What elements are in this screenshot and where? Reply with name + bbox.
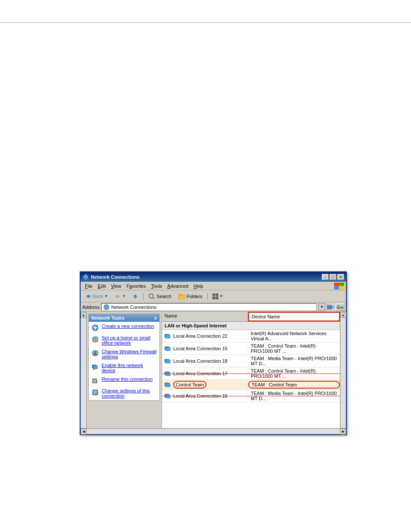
- svg-rect-39: [92, 379, 97, 380]
- toolbar-separator-1: [143, 292, 143, 300]
- svg-rect-12: [134, 297, 136, 299]
- item-name-3: Local Area Connection 18: [162, 358, 248, 364]
- item-device-3: TEAM : Media Team - Intel(R) PRO/1000 MT…: [248, 355, 340, 367]
- task-rename-label: Rename this connection: [102, 376, 153, 382]
- forward-button[interactable]: ▼: [112, 292, 128, 301]
- address-label: Address: [82, 305, 100, 310]
- maximize-button[interactable]: □: [330, 274, 336, 280]
- list-item[interactable]: Local Area Connection 15 TEAM : Control …: [162, 342, 340, 355]
- address-value: Network Connections: [111, 305, 156, 310]
- window-title: Network Connections: [91, 274, 140, 280]
- menu-help[interactable]: Help: [191, 283, 206, 289]
- connection-icon-6: [165, 393, 171, 398]
- search-button[interactable]: Search: [145, 292, 174, 301]
- connection-icon-5: [165, 382, 171, 387]
- svg-rect-8: [89, 296, 90, 297]
- list-header: Name Device Name: [162, 312, 340, 322]
- task-create-connection[interactable]: Create a new connection: [89, 322, 159, 333]
- address-dropdown[interactable]: ▼: [318, 303, 325, 311]
- task-enable-label: Enable this network device: [102, 363, 157, 373]
- svg-rect-53: [166, 373, 170, 376]
- svg-rect-55: [166, 384, 170, 387]
- svg-rect-16: [178, 293, 181, 296]
- svg-rect-47: [166, 335, 170, 338]
- item-name-2: Local Area Connection 15: [162, 345, 248, 352]
- network-tasks-section: Network Tasks ∧ Create a new connection: [88, 314, 160, 401]
- menu-edit[interactable]: Edit: [95, 283, 109, 289]
- task-home-network[interactable]: Set up a home or small office network: [89, 333, 159, 347]
- svg-rect-57: [166, 395, 170, 398]
- folders-button[interactable]: Folders: [175, 292, 206, 301]
- back-button[interactable]: Back ▼: [82, 292, 111, 301]
- list-item[interactable]: Local Area Connection 17 TEAM : Control …: [162, 367, 340, 380]
- svg-rect-6: [339, 286, 344, 289]
- item-name-5: Control Team: [162, 380, 248, 389]
- page-divider: [0, 22, 411, 23]
- xp-logo: [334, 283, 344, 289]
- menu-tools[interactable]: Tools: [149, 283, 165, 289]
- view-button[interactable]: ▼: [209, 292, 226, 301]
- menu-view[interactable]: View: [109, 283, 124, 289]
- connection-icon-1: [165, 333, 171, 339]
- group-header-lan: LAN or High-Speed Internet: [162, 322, 340, 330]
- scroll-up-button[interactable]: ▲: [81, 312, 87, 318]
- back-arrow: ▼: [104, 294, 108, 298]
- left-scrollbar[interactable]: ▲ ▼: [81, 312, 87, 434]
- content-area: ▲ ▼ Network Tasks ∧: [81, 312, 346, 434]
- list-item[interactable]: Local Area Connection 22 Intel(R) Advanc…: [162, 330, 340, 342]
- svg-rect-3: [334, 283, 339, 286]
- svg-rect-4: [339, 283, 344, 286]
- network-connections-window: Network Connections – □ × File Edit View…: [80, 271, 347, 435]
- svg-rect-49: [166, 348, 170, 351]
- task-home-label: Set up a home or small office network: [102, 335, 157, 345]
- menu-advanced[interactable]: Advanced: [165, 283, 191, 289]
- left-panel: Network Tasks ∧ Create a new connection: [87, 312, 162, 434]
- right-scroll-up[interactable]: ▲: [340, 312, 346, 318]
- right-scrollbar[interactable]: ▲ ▼: [340, 312, 346, 434]
- view-icon: [212, 293, 218, 299]
- rename-icon: [91, 377, 99, 385]
- connection-icon-3: [165, 358, 171, 364]
- connection-icon-2: [165, 346, 171, 351]
- strikethrough-line: [162, 373, 340, 374]
- task-firewall-label: Change Windows Firewall settings: [102, 349, 157, 359]
- svg-rect-35: [93, 366, 97, 369]
- window-controls: – □ ×: [322, 274, 344, 280]
- menu-favorites[interactable]: Favorites: [124, 283, 148, 289]
- menu-bar: File Edit View Favorites Tools Advanced …: [81, 282, 346, 290]
- list-item-control-team[interactable]: Control Team TEAM : Control Team: [162, 380, 340, 390]
- home-network-icon: [91, 336, 99, 343]
- item-name-1: Local Area Connection 22: [162, 333, 248, 339]
- horiz-scroll-left[interactable]: ◀: [81, 429, 87, 435]
- device-name-column-header[interactable]: Device Name: [248, 312, 340, 321]
- name-column-header[interactable]: Name: [162, 312, 248, 321]
- item-device-1: Intel(R) Advanced Network Services Virtu…: [248, 330, 340, 342]
- horiz-scroll-right[interactable]: ▶: [340, 429, 346, 435]
- go-button[interactable]: Go: [336, 303, 344, 311]
- forward-arrow: ▼: [122, 294, 125, 298]
- task-enable-network[interactable]: Enable this network device: [89, 361, 159, 375]
- svg-rect-5: [334, 286, 339, 289]
- task-rename[interactable]: Rename this connection: [89, 375, 159, 386]
- svg-rect-24: [93, 327, 97, 328]
- minimize-button[interactable]: –: [322, 274, 329, 280]
- collapse-button[interactable]: ∧: [154, 316, 157, 320]
- close-button[interactable]: ×: [337, 274, 344, 280]
- network-tasks-header[interactable]: Network Tasks ∧: [89, 314, 159, 322]
- back-label: Back: [93, 294, 103, 299]
- list-item[interactable]: Local Area Connection 16 TEAM : Media Te…: [162, 390, 340, 402]
- task-settings[interactable]: Change settings of this connection: [89, 386, 159, 400]
- item-device-6: TEAM : Media Team - Intel(R) PRO/1000 MT…: [248, 390, 340, 402]
- item-device-4: TEAM : Control Team - Intel(R) PRO/1000 …: [248, 367, 340, 380]
- item-name-6: Local Area Connection 16: [162, 392, 248, 399]
- list-item[interactable]: Local Area Connection 18 TEAM : Media Te…: [162, 355, 340, 367]
- address-input[interactable]: Network Connections: [101, 303, 317, 311]
- svg-marker-11: [133, 294, 137, 297]
- svg-rect-28: [94, 340, 97, 342]
- up-button[interactable]: [129, 292, 141, 301]
- menu-file[interactable]: File: [82, 283, 95, 289]
- bottom-scrollbar: ◀ ▶: [81, 428, 346, 434]
- connection-icon-4: [165, 371, 171, 376]
- address-go-icon: [327, 304, 334, 310]
- task-firewall[interactable]: Change Windows Firewall settings: [89, 347, 159, 361]
